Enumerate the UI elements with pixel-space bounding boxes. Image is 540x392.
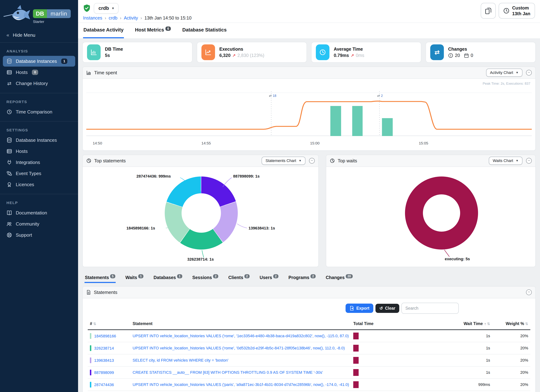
x-tick: 14:55 bbox=[201, 141, 211, 145]
tab-badge: 1 bbox=[138, 274, 143, 278]
time-range-button[interactable]: Custom 13th Jan bbox=[499, 3, 535, 19]
table-row: 287474436 UPSERT INTO vehicle_location_h… bbox=[88, 379, 530, 391]
table-toolbar: Export ↺ Clear bbox=[88, 303, 459, 314]
statements-table: #⇅ Statement Total Time Wait Time↑⇅ Weig… bbox=[88, 318, 530, 391]
statement-link[interactable]: UPSERT INTO vehicle_location_histories V… bbox=[133, 346, 345, 350]
statement-id-link[interactable]: 287474436 bbox=[94, 382, 114, 387]
table-row: 887898099 CREATE STATISTICS __auto__ FRO… bbox=[88, 366, 530, 379]
tab-sessions[interactable]: Sessions2 bbox=[192, 273, 219, 283]
column-header-wait-time[interactable]: Wait Time↑⇅ bbox=[422, 318, 492, 330]
sidebar-item-documentation[interactable]: Documentation bbox=[3, 208, 75, 218]
sidebar-item-licences[interactable]: Licences bbox=[3, 179, 75, 190]
donut-label[interactable]: 326238714: 1s bbox=[187, 257, 214, 262]
donut-label[interactable]: 287474436: 999ms bbox=[136, 174, 171, 179]
column-header-statement[interactable]: Statement bbox=[130, 318, 351, 330]
plug-icon bbox=[6, 159, 12, 165]
sidebar-item-time-comparison[interactable]: Time Comparison bbox=[3, 106, 75, 117]
event-types-icon bbox=[6, 171, 12, 176]
tab-changes[interactable]: Changes20 bbox=[325, 273, 353, 283]
clock-icon bbox=[6, 109, 12, 115]
waits-donut[interactable] bbox=[405, 177, 478, 249]
breadcrumb-link-activity[interactable]: Activity bbox=[124, 15, 138, 20]
statements-donut[interactable] bbox=[165, 177, 238, 249]
sidebar-item-event-types[interactable]: Event Types bbox=[3, 168, 75, 179]
statement-id-link[interactable]: 139638413 bbox=[94, 358, 114, 363]
collapse-panel-icon[interactable]: − bbox=[526, 158, 532, 164]
statement-id-link[interactable]: 1845898166 bbox=[94, 334, 116, 338]
sidebar-item-hosts[interactable]: Hosts 0 bbox=[3, 67, 75, 78]
sidebar-item-change-history[interactable]: ⇄ Change History bbox=[3, 78, 75, 89]
wait-time-value: 1s bbox=[422, 354, 492, 366]
calendar-icon bbox=[464, 53, 469, 58]
card-title: Executions bbox=[219, 47, 264, 52]
time-spent-chart: Peak Time: 2s, Executions: 837 bbox=[83, 79, 535, 150]
tab-database-activity[interactable]: Database Activity bbox=[83, 23, 124, 38]
collapse-panel-icon[interactable]: − bbox=[526, 289, 532, 295]
statements-chart-dropdown[interactable]: Statements Chart ▼ bbox=[262, 157, 305, 165]
time-spent-header: Time spent Activity Chart ▼ − bbox=[83, 67, 535, 79]
detail-tabs: Statements5 Waits1 Databases1 Sessions2 … bbox=[82, 271, 536, 283]
tab-clients[interactable]: Clients2 bbox=[228, 273, 250, 283]
statement-link[interactable]: UPSERT INTO vehicle_location_histories V… bbox=[133, 334, 349, 338]
tab-host-metrics[interactable]: Host Metrics6 bbox=[135, 23, 171, 38]
sidebar-item-support[interactable]: Support bbox=[3, 230, 75, 240]
tab-database-statistics[interactable]: Database Statistics bbox=[182, 23, 227, 38]
donut-label[interactable]: 887898099: 1s bbox=[233, 174, 260, 179]
tab-badge: 20 bbox=[346, 274, 353, 278]
donut-label[interactable]: 1845898166: 1s bbox=[126, 226, 155, 231]
statements-panel-header: Statements − bbox=[83, 287, 535, 298]
breadcrumb-link-crdb[interactable]: crdb bbox=[109, 15, 117, 20]
hide-menu-button[interactable]: « Hide Menu bbox=[0, 29, 78, 43]
copy-icon bbox=[485, 7, 491, 14]
export-button[interactable]: Export bbox=[345, 303, 373, 313]
waits-chart-dropdown[interactable]: Waits Chart ▼ bbox=[489, 157, 522, 165]
column-header-weight[interactable]: Weight %⇅ bbox=[492, 318, 530, 330]
tab-programs[interactable]: Programs2 bbox=[288, 273, 316, 283]
statement-link[interactable]: CREATE STATISTICS __auto__ FROM [63] WIT… bbox=[133, 370, 323, 375]
statement-id-link[interactable]: 326238714 bbox=[94, 346, 114, 351]
donut-label[interactable]: executing: 5s bbox=[445, 257, 470, 261]
metric-cards: DB Time 5s Executions 6,320 ↗ 2,830 (123… bbox=[82, 42, 536, 63]
content: DB Time 5s Executions 6,320 ↗ 2,830 (123… bbox=[78, 38, 540, 392]
dbmarlin-app: DB marlin Starter « Hide Menu ANALYSIS D… bbox=[0, 0, 540, 392]
activity-chart-dropdown[interactable]: Activity Chart ▼ bbox=[486, 69, 522, 77]
card-delta: 2,830 (123%) bbox=[237, 53, 264, 58]
card-delta: 0ms bbox=[356, 53, 364, 58]
sidebar-item-integrations[interactable]: Integrations bbox=[3, 157, 75, 168]
sidebar-item-database-instances[interactable]: Database Instances 1 bbox=[3, 56, 75, 67]
clear-button[interactable]: ↺ Clear bbox=[375, 304, 399, 313]
search-input[interactable] bbox=[401, 303, 459, 314]
card-title: DB Time bbox=[105, 47, 123, 52]
sidebar-item-settings-database-instances[interactable]: Database Instances bbox=[3, 135, 75, 145]
donut-label[interactable]: 139638413: 1s bbox=[249, 226, 275, 231]
card-title: Average Time bbox=[334, 47, 364, 52]
instance-selector[interactable]: crdb ▾ bbox=[94, 3, 119, 14]
activity-chart-plot[interactable]: ⇄18 ⇄2 bbox=[86, 89, 532, 136]
change-annotation[interactable]: ⇄18 bbox=[269, 94, 276, 98]
card-db-time: DB Time 5s bbox=[82, 42, 192, 63]
sidebar-item-settings-hosts[interactable]: Hosts bbox=[3, 146, 75, 157]
column-header-id[interactable]: #⇅ bbox=[88, 318, 130, 330]
tab-waits[interactable]: Waits1 bbox=[125, 273, 144, 283]
x-tick: 15:00 bbox=[310, 141, 320, 145]
breadcrumb-link-instances[interactable]: Instances bbox=[83, 15, 102, 20]
tab-statements[interactable]: Statements5 bbox=[85, 273, 116, 283]
change-annotation[interactable]: ⇄2 bbox=[377, 94, 383, 98]
collapse-panel-icon[interactable]: − bbox=[309, 158, 315, 164]
caret-down-icon: ▼ bbox=[299, 159, 301, 162]
top-statements-header: Top statements Statements Chart ▼ − bbox=[83, 155, 318, 167]
statement-id-link[interactable]: 887898099 bbox=[94, 370, 114, 375]
tab-users[interactable]: Users2 bbox=[259, 273, 279, 283]
statement-link[interactable]: SELECT city, id FROM vehicles WHERE city… bbox=[133, 358, 229, 362]
statements-table-panel: Statements − Export ↺ Clear bbox=[82, 286, 536, 392]
copy-link-button[interactable] bbox=[481, 3, 496, 19]
time-spent-panel: Time spent Activity Chart ▼ − Peak Time:… bbox=[82, 67, 536, 151]
pie-chart-icon bbox=[330, 158, 335, 163]
bar-chart-icon bbox=[86, 70, 91, 75]
column-header-total-time[interactable]: Total Time bbox=[351, 318, 422, 330]
brand-logo: DB marlin Starter bbox=[0, 0, 78, 29]
collapse-panel-icon[interactable]: − bbox=[526, 70, 532, 75]
sidebar-item-community[interactable]: Community bbox=[3, 218, 75, 229]
tab-databases[interactable]: Databases1 bbox=[153, 273, 183, 283]
statement-link[interactable]: UPSERT INTO vehicle_location_histories V… bbox=[133, 382, 349, 387]
